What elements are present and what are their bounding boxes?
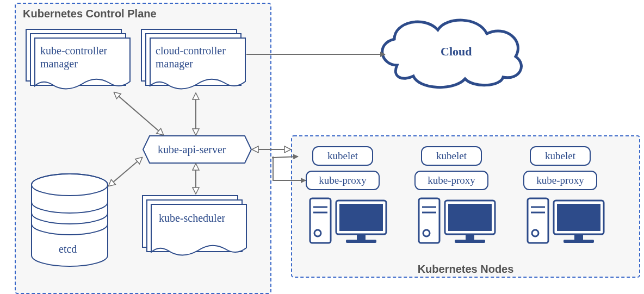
cloud-label: Cloud <box>441 45 472 58</box>
svg-rect-16 <box>357 234 366 240</box>
svg-rect-35 <box>557 204 600 231</box>
node-2-kubeproxy-label: kube-proxy <box>428 174 475 186</box>
svg-rect-25 <box>448 204 492 231</box>
kube-scheduler: kube-scheduler <box>143 196 246 255</box>
node-1-kubeproxy-label: kube-proxy <box>319 174 367 186</box>
node-1-kubelet-label: kubelet <box>327 150 358 161</box>
svg-rect-20 <box>419 198 439 243</box>
node-3-kubelet-label: kubelet <box>545 150 576 161</box>
control-plane-title: Kubernetes Control Plane <box>23 8 157 20</box>
svg-rect-26 <box>466 234 474 240</box>
svg-rect-27 <box>455 240 485 243</box>
svg-rect-36 <box>574 234 583 240</box>
svg-point-38 <box>272 157 274 159</box>
kube-api-server: kube-api-server <box>143 136 251 163</box>
node-2-kubelet-label: kubelet <box>436 150 467 161</box>
etcd: etcd <box>32 174 108 266</box>
etcd-label: etcd <box>59 243 77 255</box>
node-3-kubeproxy-label: kube-proxy <box>536 174 584 186</box>
svg-rect-10 <box>310 198 331 243</box>
kube-api-server-label: kube-api-server <box>158 143 226 156</box>
cloud-controller-manager: cloud-controller manager <box>141 29 245 89</box>
nodes-title: Kubernetes Nodes <box>418 263 514 275</box>
svg-rect-37 <box>564 240 594 243</box>
cloud-icon: Cloud <box>382 20 522 87</box>
svg-rect-30 <box>528 198 548 243</box>
svg-rect-17 <box>346 240 376 243</box>
svg-rect-15 <box>339 204 383 231</box>
kube-controller-manager: kube-controller manager <box>26 29 130 89</box>
kube-scheduler-label: kube-scheduler <box>159 212 226 224</box>
